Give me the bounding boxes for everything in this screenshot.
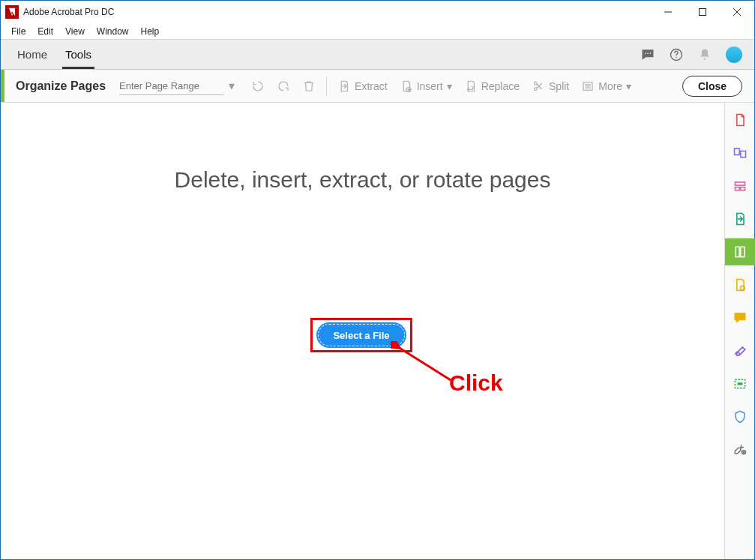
menu-bar: File Edit View Window Help [1, 23, 754, 40]
insert-label: Insert [417, 80, 443, 92]
more-tools-icon[interactable] [732, 442, 748, 458]
app-window: Adobe Acrobat Pro DC File Edit View Wind… [0, 0, 755, 560]
maximize-button[interactable] [685, 1, 720, 23]
window-title: Adobe Acrobat Pro DC [23, 7, 114, 17]
svg-rect-20 [735, 187, 739, 190]
svg-rect-23 [740, 247, 744, 256]
more-button[interactable]: More ▾ [575, 79, 637, 93]
caret-down-icon: ▾ [626, 80, 631, 92]
annotation-label: Click [449, 370, 503, 396]
menu-view[interactable]: View [59, 26, 91, 37]
nav-home[interactable]: Home [8, 40, 56, 69]
caret-down-icon: ▾ [447, 80, 452, 92]
extract-label: Extract [355, 80, 388, 92]
svg-rect-1 [700, 9, 706, 16]
page-range-input[interactable] [119, 77, 224, 95]
nav-tools[interactable]: Tools [56, 40, 100, 69]
select-file-button[interactable]: Select a File [318, 324, 405, 346]
right-tool-rail [724, 103, 754, 559]
nav-bar: Home Tools [1, 40, 754, 70]
close-window-button[interactable] [720, 1, 754, 23]
replace-button[interactable]: Replace [458, 79, 526, 93]
svg-point-4 [645, 52, 646, 54]
svg-rect-22 [736, 247, 739, 256]
protect-icon[interactable] [732, 409, 748, 425]
create-pdf-icon[interactable] [732, 112, 748, 128]
svg-rect-19 [735, 182, 745, 185]
toolbar-title: Organize Pages [16, 79, 106, 93]
chat-icon[interactable] [640, 47, 655, 62]
redact-icon[interactable] [732, 376, 748, 392]
avatar[interactable] [726, 46, 742, 63]
bell-icon[interactable] [697, 47, 712, 62]
page-range-caret-icon[interactable]: ▾ [229, 79, 235, 93]
fill-sign-icon[interactable] [732, 343, 748, 359]
export-pdf-icon[interactable] [732, 211, 748, 227]
menu-file[interactable]: File [5, 26, 31, 37]
rotate-ccw-button[interactable] [245, 79, 271, 93]
svg-rect-17 [734, 148, 739, 154]
delete-button[interactable] [296, 79, 322, 93]
headline-text: Delete, insert, extract, or rotate pages [1, 167, 724, 193]
insert-button[interactable]: Insert ▾ [394, 79, 458, 93]
svg-rect-26 [737, 382, 742, 385]
menu-window[interactable]: Window [91, 26, 135, 37]
extract-button[interactable]: Extract [331, 79, 394, 93]
replace-label: Replace [481, 80, 520, 92]
title-bar: Adobe Acrobat Pro DC [1, 1, 754, 23]
minimize-button[interactable] [651, 1, 685, 23]
svg-point-6 [650, 52, 652, 54]
close-tool-button[interactable]: Close [682, 76, 742, 97]
comment-icon[interactable] [732, 310, 748, 326]
organize-toolbar: Organize Pages ▾ Extract Insert ▾ Replac… [1, 70, 754, 103]
split-button[interactable]: Split [526, 79, 575, 93]
main-area: Delete, insert, extract, or rotate pages… [1, 103, 724, 559]
more-label: More [598, 80, 622, 92]
help-icon[interactable] [669, 47, 684, 62]
annotation-highlight-box: Select a File [310, 318, 412, 352]
svg-point-5 [647, 52, 649, 54]
send-for-comments-icon[interactable] [732, 277, 748, 293]
svg-point-8 [676, 56, 677, 58]
app-icon [5, 5, 19, 19]
menu-edit[interactable]: Edit [31, 26, 59, 37]
toolbar-accent [1, 70, 4, 102]
organize-pages-icon[interactable] [725, 238, 755, 265]
edit-pdf-icon[interactable] [732, 178, 748, 194]
svg-rect-21 [740, 187, 745, 190]
combine-files-icon[interactable] [732, 145, 748, 161]
svg-rect-18 [740, 151, 745, 157]
rotate-cw-button[interactable] [271, 79, 296, 93]
menu-help[interactable]: Help [135, 26, 166, 37]
split-label: Split [549, 80, 569, 92]
